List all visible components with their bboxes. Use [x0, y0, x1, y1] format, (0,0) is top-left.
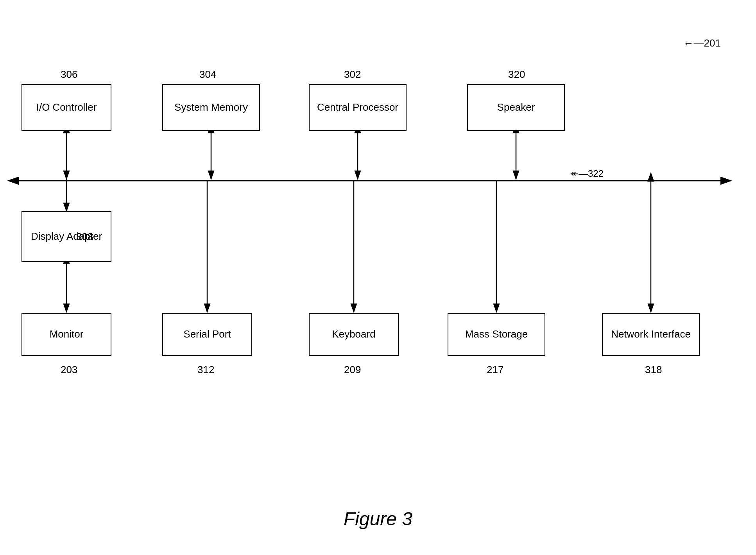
ref-304: 304	[199, 68, 216, 81]
monitor-label: Monitor	[50, 328, 84, 341]
central-processor-box: Central Processor	[309, 84, 407, 131]
system-memory-label: System Memory	[174, 101, 248, 114]
keyboard-box: Keyboard	[309, 313, 399, 356]
central-processor-label: Central Processor	[317, 101, 398, 114]
ref-312: 312	[197, 364, 214, 376]
network-interface-label: Network Interface	[611, 328, 691, 341]
system-memory-box: System Memory	[162, 84, 260, 131]
network-interface-box: Network Interface	[602, 313, 700, 356]
io-controller-box: I/O Controller	[21, 84, 111, 131]
serial-port-label: Serial Port	[183, 328, 231, 341]
ref-209: 209	[344, 364, 361, 376]
ref-318: 318	[645, 364, 662, 376]
ref-203: 203	[61, 364, 77, 376]
ref-306: 306	[61, 68, 77, 81]
ref-302: 302	[344, 68, 361, 81]
monitor-box: Monitor	[21, 313, 111, 356]
speaker-box: Speaker	[467, 84, 565, 131]
ref-308: 308	[76, 231, 93, 243]
ref-201: ←—201	[684, 37, 721, 49]
display-adapter-box: Display Adapter	[21, 211, 111, 262]
keyboard-label: Keyboard	[332, 328, 375, 341]
ref-322: ↞—322	[571, 168, 604, 179]
speaker-label: Speaker	[497, 101, 535, 114]
ref-320: 320	[508, 68, 525, 81]
mass-storage-label: Mass Storage	[465, 328, 528, 341]
io-controller-label: I/O Controller	[36, 101, 97, 114]
diagram-arrows	[0, 0, 756, 555]
diagram-container: ←—201 ↞—322 I/O Controller 306 System Me…	[0, 0, 756, 555]
figure-caption: Figure 3	[344, 508, 412, 530]
serial-port-box: Serial Port	[162, 313, 252, 356]
mass-storage-box: Mass Storage	[448, 313, 545, 356]
ref-217: 217	[487, 364, 503, 376]
